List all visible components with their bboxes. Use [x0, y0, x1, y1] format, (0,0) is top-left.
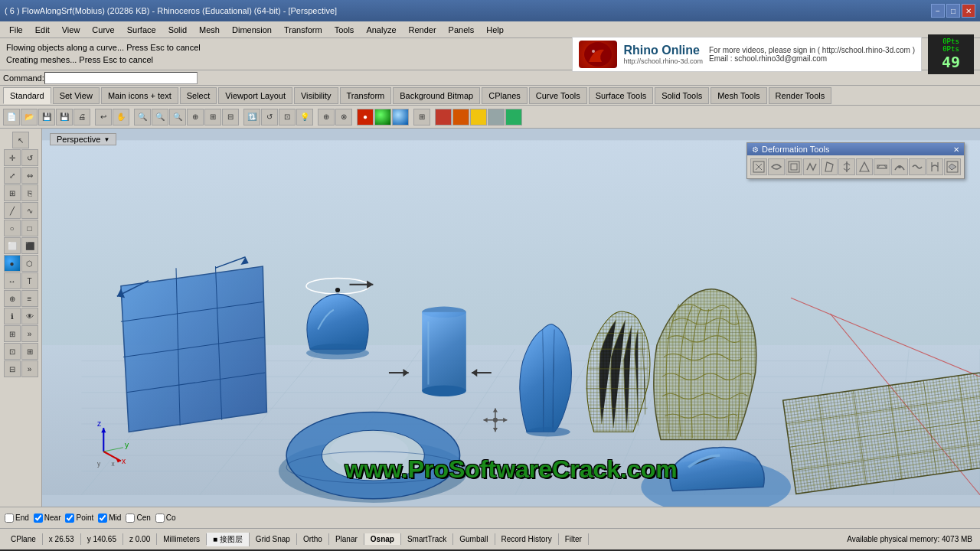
text-icon[interactable]: T — [21, 272, 38, 289]
zoom3-icon[interactable]: 🔍 — [169, 109, 186, 126]
zoom4-icon[interactable]: ⊕ — [187, 109, 204, 126]
menu-mesh[interactable]: Mesh — [193, 24, 226, 36]
points-icon[interactable]: ⊡ — [279, 109, 296, 126]
minimize-button[interactable]: − — [931, 4, 945, 18]
deform-icon-5[interactable] — [821, 158, 838, 175]
pan-icon[interactable]: ✋ — [113, 109, 129, 126]
zoom5-icon[interactable]: ⊞ — [204, 109, 221, 126]
menu-dimension[interactable]: Dimension — [226, 24, 278, 36]
tab-standard[interactable]: Standard — [3, 87, 51, 104]
extra4-icon[interactable]: » — [21, 360, 38, 377]
grid-icon[interactable]: ⊞ — [4, 325, 21, 342]
mirror-icon[interactable]: ⇔ — [21, 167, 38, 184]
tab-cplanes[interactable]: CPlanes — [482, 87, 528, 104]
snap-co-checkbox[interactable] — [155, 514, 165, 523]
filter-button[interactable]: Filter — [559, 533, 589, 545]
osnap-icon[interactable]: ⊕ — [4, 290, 21, 307]
dimension-icon[interactable]: ↔ — [4, 272, 21, 289]
select-tool[interactable]: ↖ — [12, 132, 29, 148]
tab-curve-tools[interactable]: Curve Tools — [529, 87, 587, 104]
tab-mesh-tools[interactable]: Mesh Tools — [710, 87, 766, 104]
menu-view[interactable]: View — [56, 24, 87, 36]
rotate-icon[interactable]: 🔃 — [243, 109, 260, 126]
snap-near-checkbox[interactable] — [34, 514, 43, 523]
snap-end-checkbox[interactable] — [5, 514, 14, 523]
copy-icon[interactable]: ⎘ — [21, 184, 38, 201]
close-button[interactable]: ✕ — [962, 4, 975, 18]
print-icon[interactable]: 🖨 — [74, 109, 90, 126]
save-icon[interactable]: 💾 — [38, 109, 55, 126]
gumball-button[interactable]: Gumball — [453, 533, 495, 545]
snap2-icon[interactable]: ⊗ — [335, 109, 352, 126]
layer-display[interactable]: ■ 接图层 — [207, 533, 250, 546]
move-icon[interactable]: ✛ — [4, 149, 21, 166]
save-small-icon[interactable]: 💾 — [56, 109, 73, 126]
command-input[interactable] — [44, 72, 198, 84]
more-icon[interactable]: » — [21, 325, 38, 342]
menu-surface[interactable]: Surface — [121, 24, 162, 36]
curve-icon[interactable]: ∿ — [21, 202, 38, 219]
osnap-button[interactable]: Osnap — [364, 533, 401, 545]
deform-icon-4[interactable] — [803, 158, 820, 175]
tab-select[interactable]: Select — [180, 87, 217, 104]
color-green-icon[interactable] — [505, 109, 522, 126]
deform-icon-10[interactable] — [909, 158, 926, 175]
zoom2-icon[interactable]: 🔍 — [152, 109, 168, 126]
color-orange-icon[interactable] — [452, 109, 469, 126]
material-icon[interactable]: ● — [357, 109, 374, 126]
snap-cen-checkbox[interactable] — [126, 514, 135, 523]
deform-panel-close[interactable]: ✕ — [953, 145, 959, 154]
properties-icon[interactable]: ℹ — [4, 308, 21, 324]
extra3-icon[interactable]: ⊟ — [4, 360, 21, 377]
array-icon[interactable]: ⊞ — [4, 184, 21, 201]
viewport[interactable]: z x y y x Perspective ▼ ⚙ Deformation To… — [42, 129, 980, 507]
menu-solid[interactable]: Solid — [162, 24, 193, 36]
zoom-icon[interactable]: 🔍 — [134, 109, 151, 126]
deform-icon-12[interactable] — [944, 158, 961, 175]
deform-icon-2[interactable] — [768, 158, 785, 175]
deform-icon-9[interactable] — [891, 158, 908, 175]
deform-icon-3[interactable] — [786, 158, 802, 175]
scale-icon[interactable]: ⤢ — [4, 167, 21, 184]
new-icon[interactable]: 📄 — [3, 109, 20, 126]
snap1-icon[interactable]: ⊕ — [318, 109, 335, 126]
tab-background-bitmap[interactable]: Background Bitmap — [393, 87, 480, 104]
tab-viewport-layout[interactable]: Viewport Layout — [218, 87, 292, 104]
orbit-icon[interactable]: ↺ — [261, 109, 278, 126]
maximize-button[interactable]: □ — [946, 4, 960, 18]
color-red-icon[interactable] — [435, 109, 452, 126]
viewport-label[interactable]: Perspective ▼ — [50, 133, 116, 145]
open-icon[interactable]: 📂 — [21, 109, 38, 126]
box-icon[interactable]: ⬡ — [21, 255, 38, 272]
view-icon[interactable]: ⊟ — [222, 109, 239, 126]
deform-icon-6[interactable] — [838, 158, 855, 175]
deform-icon-1[interactable] — [750, 158, 767, 175]
grid-snap-button[interactable]: Grid Snap — [250, 533, 297, 545]
snap-point-checkbox[interactable] — [65, 514, 74, 523]
planar-button[interactable]: Planar — [329, 533, 364, 545]
menu-analyze[interactable]: Analyze — [360, 24, 402, 36]
tab-render-tools[interactable]: Render Tools — [769, 87, 832, 104]
menu-transform[interactable]: Transform — [278, 24, 328, 36]
tab-main-icons[interactable]: Main icons + text — [101, 87, 178, 104]
circle-icon[interactable]: ○ — [4, 220, 21, 236]
named-views-icon[interactable]: 👁 — [21, 308, 38, 324]
deform-icon-7[interactable] — [856, 158, 873, 175]
tab-solid-tools[interactable]: Solid Tools — [655, 87, 709, 104]
undo-icon[interactable]: ↩ — [95, 109, 112, 126]
tab-set-view[interactable]: Set View — [53, 87, 100, 104]
snap-mid-checkbox[interactable] — [98, 514, 107, 523]
smart-track-button[interactable]: SmartTrack — [401, 533, 453, 545]
deform-icon-8[interactable] — [874, 158, 890, 175]
menu-file[interactable]: File — [3, 24, 29, 36]
grid-on-icon[interactable]: ⊞ — [413, 109, 430, 126]
light-icon[interactable]: 💡 — [296, 109, 313, 126]
record-history-button[interactable]: Record History — [495, 533, 559, 545]
menu-edit[interactable]: Edit — [29, 24, 56, 36]
color-gray-icon[interactable] — [488, 109, 505, 126]
menu-render[interactable]: Render — [403, 24, 443, 36]
surface-icon[interactable]: ⬜ — [4, 237, 21, 254]
deform-icon-11[interactable] — [926, 158, 943, 175]
tab-surface-tools[interactable]: Surface Tools — [589, 87, 653, 104]
sphere2-icon[interactable]: ● — [4, 255, 21, 272]
